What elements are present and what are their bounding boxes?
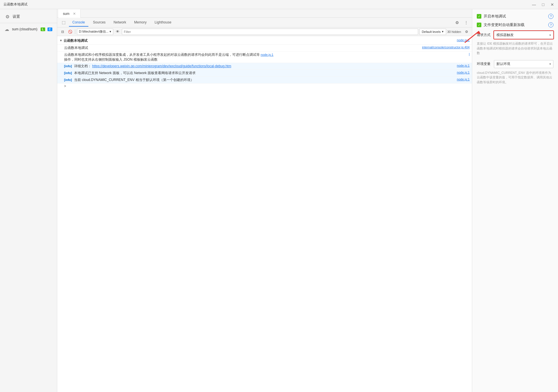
file-tab-bar: sum ✕	[57, 9, 472, 18]
console-entry-5: [info] 当前 cloud.DYNAMIC_CURRENT_ENV 相当于默…	[57, 77, 472, 84]
devtools-tabs: ⬚ Console Sources Network Memory Lightho…	[57, 18, 472, 27]
sidebar-divider	[0, 23, 57, 23]
checkbox-local-debug[interactable]: ✓	[477, 14, 481, 19]
minimize-button[interactable]: —	[532, 2, 536, 7]
checkbox-auto-reload[interactable]: ✓	[477, 23, 481, 27]
info-label-3: [info]	[64, 64, 72, 68]
env-var-chevron: ▾	[549, 62, 551, 66]
sidebar-toggle-icon[interactable]: ⊟	[59, 29, 66, 35]
env-var-select[interactable]: 默认环境 ▾	[494, 60, 553, 68]
badge-l: L	[41, 27, 45, 31]
entry-3-lineref[interactable]: node.js:1	[457, 64, 470, 67]
title-bar: 云函数本地调试 — □ ✕	[0, 0, 558, 9]
console-expand-btn[interactable]: >	[57, 84, 472, 89]
path-text: D:\Wechatdev\微信...	[79, 29, 108, 34]
request-method-desc: 直接让 IDE 模拟器触发对云函数的请求即可，在开启云函数本地调试时模拟器的请求…	[477, 41, 553, 56]
env-var-desc: cloud.DYNAMIC_CURRENT_ENV 选中的环境将作为云函数中该变…	[477, 70, 553, 85]
devtools-panel: sum ✕ ⬚ Console Sources Network Memory L…	[57, 9, 472, 392]
settings-item[interactable]: ⚙ 设置	[0, 11, 57, 22]
right-panel-content: ✓ 开启本地调试 ? ✓ 文件变更时自动重新加载 ? 请求方式 模拟器触发 ▾	[472, 9, 558, 94]
file-tab-name: sum	[63, 12, 69, 16]
entry-1-lineref[interactable]: internal/console/constructor.js:404	[422, 45, 470, 49]
console-text-4: [info] 本地调试已支持 Network 面板，可以在 Network 面板…	[64, 71, 456, 76]
console-text-5: [info] 当前 cloud.DYNAMIC_CURRENT_ENV 相当于默…	[64, 78, 456, 82]
env-var-row: 环境变量 默认环境 ▾	[477, 60, 553, 68]
tab-lighthouse[interactable]: Lighthouse	[151, 19, 175, 27]
env-var-label: 环境变量	[477, 62, 494, 66]
option-label-1: 开启本地调试	[484, 14, 546, 19]
close-button[interactable]: ✕	[550, 2, 555, 7]
cloud-icon: ☁	[5, 27, 10, 32]
help-icon-1[interactable]: ?	[548, 14, 553, 19]
console-text-3: [info] 详细文档： https://developers.weixin.q…	[64, 64, 456, 69]
entry-2-lineref[interactable]: l	[469, 52, 470, 56]
path-selector[interactable]: D:\Wechatdev\微信... ▾	[77, 29, 113, 35]
level-text: Default levels	[422, 30, 441, 33]
console-output[interactable]: ▼ 云函数本地调试 node.js:1 云函数本地调试 internal/con…	[57, 36, 472, 392]
tab-close-icon[interactable]: ✕	[73, 12, 76, 16]
group-triangle[interactable]: ▼	[59, 39, 62, 42]
settings-label: 设置	[13, 14, 20, 19]
more-icon[interactable]: ⋮	[463, 19, 470, 26]
console-entry-3: [info] 详细文档： https://developers.weixin.q…	[57, 63, 472, 70]
console-link-3[interactable]: https://developers.weixin.qq.com/minipro…	[92, 64, 231, 68]
entry-4-lineref[interactable]: node.js:1	[457, 71, 470, 74]
tab-network[interactable]: Network	[110, 19, 130, 27]
level-chevron: ▾	[442, 30, 444, 33]
sidebar-item-label: sum (cloud/sum)	[12, 27, 38, 31]
option-local-debug: ✓ 开启本地调试 ?	[477, 14, 553, 19]
settings-devtools-icon[interactable]: ⚙	[454, 19, 460, 26]
console-entry-1: 云函数本地调试 internal/console/constructor.js:…	[57, 45, 472, 52]
clear-console-icon[interactable]: 🚫	[67, 29, 73, 35]
red-arrow-annotation	[448, 28, 482, 45]
info-label-5: [info]	[64, 78, 72, 82]
group-title: 云函数本地调试	[63, 38, 88, 43]
request-method-select[interactable]: 模拟器触发 ▾	[494, 31, 553, 39]
eye-icon[interactable]: 👁	[114, 29, 121, 35]
checkmark-2: ✓	[478, 23, 480, 27]
toolbar-sep-1	[75, 29, 75, 34]
option-label-2: 文件变更时自动重新加载	[484, 22, 546, 27]
entry-5-lineref[interactable]: node.js:1	[457, 78, 470, 81]
console-text-2: 云函数本地调试和小程序模拟器深度集成，从开发者工具小程序发起的对该云函数的请求均…	[64, 52, 468, 62]
option-auto-reload: ✓ 文件变更时自动重新加载 ?	[477, 22, 553, 27]
sidebar-item-sum[interactable]: ☁ sum (cloud/sum) L C	[0, 24, 57, 34]
tab-console[interactable]: Console	[69, 19, 88, 27]
console-entry-2: 云函数本地调试和小程序模拟器深度集成，从开发者工具小程序发起的对该云函数的请求均…	[57, 52, 472, 63]
window-controls: — □ ✕	[532, 2, 555, 7]
app-title: 云函数本地调试	[3, 2, 27, 7]
level-selector[interactable]: Default levels ▾	[419, 29, 446, 35]
gear-icon: ⚙	[5, 14, 10, 19]
request-method-row: 请求方式 模拟器触发 ▾	[477, 31, 553, 39]
maximize-button[interactable]: □	[541, 2, 545, 7]
right-panel: ✓ 开启本地调试 ? ✓ 文件变更时自动重新加载 ? 请求方式 模拟器触发 ▾	[472, 9, 558, 392]
file-tab-sum[interactable]: sum ✕	[58, 9, 81, 18]
left-sidebar: ⚙ 设置 ☁ sum (cloud/sum) L C	[0, 9, 57, 392]
badge-c: C	[47, 27, 52, 31]
info-label-4: [info]	[64, 71, 72, 75]
console-toolbar: ⊟ 🚫 D:\Wechatdev\微信... ▾ 👁 Default level…	[57, 27, 472, 36]
path-chevron: ▾	[110, 30, 111, 33]
entry-2-lineref-inline[interactable]: node.js:1	[261, 53, 273, 56]
console-group-header: ▼ 云函数本地调试 node.js:1	[57, 37, 472, 45]
tab-inspector[interactable]: ⬚	[59, 19, 68, 26]
request-method-chevron: ▾	[549, 33, 551, 37]
console-text-1: 云函数本地调试	[64, 45, 421, 50]
help-icon-2[interactable]: ?	[548, 22, 553, 27]
filter-input[interactable]	[122, 29, 418, 35]
devtools-tab-icons: ⚙ ⋮	[454, 19, 470, 26]
checkmark-1: ✓	[478, 15, 480, 18]
main-layout: ⚙ 设置 ☁ sum (cloud/sum) L C sum ✕ ⬚ Conso…	[0, 9, 558, 392]
console-entry-4: [info] 本地调试已支持 Network 面板，可以在 Network 面板…	[57, 70, 472, 77]
tab-memory[interactable]: Memory	[131, 19, 150, 27]
env-var-value: 默认环境	[497, 62, 510, 66]
request-method-value: 模拟器触发	[497, 33, 514, 37]
tab-sources[interactable]: Sources	[90, 19, 109, 27]
